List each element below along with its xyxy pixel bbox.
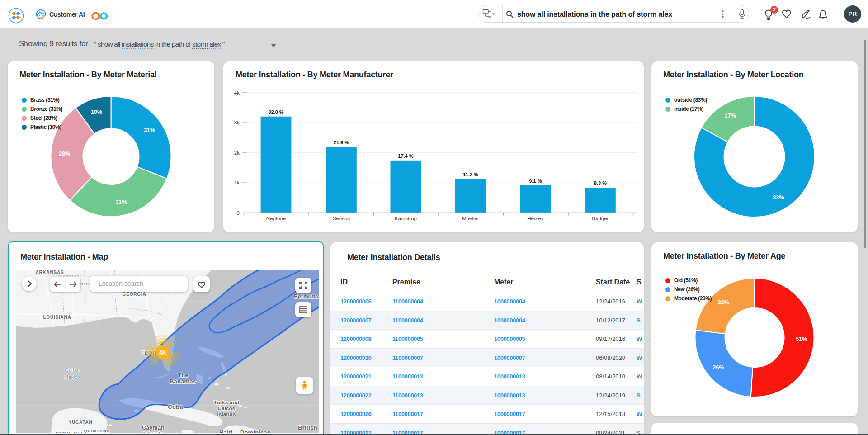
svg-text:3k: 3k xyxy=(234,120,240,125)
svg-text:IPP: IPP xyxy=(80,281,89,286)
svg-text:The: The xyxy=(178,372,189,378)
svg-text:Mueller: Mueller xyxy=(462,215,479,221)
svg-text:31%: 31% xyxy=(115,199,127,205)
svg-text:CAMPECHE: CAMPECHE xyxy=(56,430,85,433)
svg-text:British: British xyxy=(298,424,317,431)
svg-text:10%: 10% xyxy=(91,109,102,115)
svg-text:23%: 23% xyxy=(718,299,729,306)
svg-text:Badger: Badger xyxy=(592,215,609,221)
svg-text:Haiti: Haiti xyxy=(219,429,232,433)
svg-text:Cuba: Cuba xyxy=(168,403,183,410)
svg-text:Mexico: Mexico xyxy=(64,374,80,380)
svg-text:83%: 83% xyxy=(773,194,784,200)
svg-text:Neptune: Neptune xyxy=(266,215,286,221)
svg-text:ARKANSAS: ARKANSAS xyxy=(35,270,64,275)
svg-text:26%: 26% xyxy=(712,364,724,371)
svg-text:11.2 %: 11.2 % xyxy=(463,172,478,177)
svg-text:Caicos: Caicos xyxy=(218,406,236,411)
svg-text:32.0 %: 32.0 % xyxy=(268,109,283,114)
svg-text:Dominican: Dominican xyxy=(240,429,271,433)
svg-text:QUINTANA: QUINTANA xyxy=(84,428,110,433)
svg-text:Islands: Islands xyxy=(217,411,236,417)
svg-text:YUCATAN: YUCATAN xyxy=(68,420,92,425)
svg-text:Turks and: Turks and xyxy=(214,400,239,405)
svg-text:2k: 2k xyxy=(234,150,240,155)
svg-text:LOUISIANA: LOUISIANA xyxy=(43,315,71,320)
svg-text:GEORGIA: GEORGIA xyxy=(123,292,146,297)
svg-text:Bahamas: Bahamas xyxy=(170,378,196,385)
svg-text:0: 0 xyxy=(237,210,240,215)
svg-text:1k: 1k xyxy=(234,180,240,185)
svg-text:Cayman: Cayman xyxy=(142,425,165,431)
svg-text:4K: 4K xyxy=(159,350,166,356)
svg-text:Islands: Islands xyxy=(143,431,163,433)
svg-text:Hersey: Hersey xyxy=(527,215,544,221)
svg-text:Sensus: Sensus xyxy=(333,215,350,221)
svg-text:Gulf of: Gulf of xyxy=(65,367,80,373)
svg-text:4k: 4k xyxy=(234,90,240,95)
svg-text:17.4 %: 17.4 % xyxy=(398,153,413,158)
svg-text:31%: 31% xyxy=(144,127,155,133)
svg-text:9.1 %: 9.1 % xyxy=(529,178,542,184)
svg-text:Kamstrup: Kamstrup xyxy=(395,215,417,221)
svg-text:51%: 51% xyxy=(796,336,807,342)
svg-text:21.9 %: 21.9 % xyxy=(334,139,349,145)
svg-text:17%: 17% xyxy=(725,113,736,119)
svg-text:28%: 28% xyxy=(59,150,70,156)
svg-text:Bermuda: Bermuda xyxy=(294,293,318,300)
svg-text:8.3 %: 8.3 % xyxy=(594,180,607,186)
